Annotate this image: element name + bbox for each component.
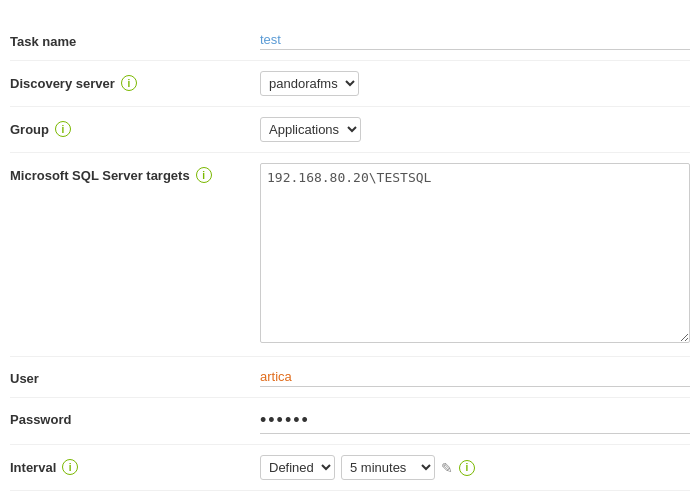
user-input[interactable] [260,367,690,387]
password-input[interactable] [260,408,690,434]
group-info-icon: i [55,121,71,137]
mssql-targets-field: 192.168.80.20\TESTSQL [260,163,690,346]
mssql-targets-textarea[interactable]: 192.168.80.20\TESTSQL [260,163,690,343]
interval-row: Interval i Defined Manual 5 minutes 10 m… [10,445,690,491]
group-row: Group i Applications Servers Networking … [10,107,690,153]
group-select[interactable]: Applications Servers Networking Other [260,117,361,142]
user-label: User [10,367,260,386]
discovery-server-field: pandorafms [260,71,690,96]
group-field: Applications Servers Networking Other [260,117,690,142]
user-field [260,367,690,387]
interval-label: Interval i [10,455,260,475]
interval-edit-icon[interactable]: ✎ [441,460,453,476]
task-name-label: Task name [10,30,260,49]
task-name-field [260,30,690,50]
discovery-server-label: Discovery server i [10,71,260,91]
discovery-server-info-icon: i [121,75,137,91]
task-name-row: Task name [10,20,690,61]
discovery-server-row: Discovery server i pandorafms [10,61,690,107]
interval-info-icon-right: i [459,460,475,476]
password-row: Password [10,398,690,445]
interval-controls: Defined Manual 5 minutes 10 minutes 30 m… [260,455,690,480]
task-name-input[interactable] [260,30,690,50]
interval-info-icon-left: i [62,459,78,475]
password-label: Password [10,408,260,427]
mssql-targets-label: Microsoft SQL Server targets i [10,163,260,183]
mssql-targets-row: Microsoft SQL Server targets i 192.168.8… [10,153,690,357]
password-field [260,408,690,434]
discovery-server-select[interactable]: pandorafms [260,71,359,96]
interval-type-select[interactable]: Defined Manual [260,455,335,480]
group-label: Group i [10,117,260,137]
interval-field: Defined Manual 5 minutes 10 minutes 30 m… [260,455,690,480]
mssql-targets-info-icon: i [196,167,212,183]
user-row: User [10,357,690,398]
interval-time-select[interactable]: 5 minutes 10 minutes 30 minutes 1 hour [341,455,435,480]
